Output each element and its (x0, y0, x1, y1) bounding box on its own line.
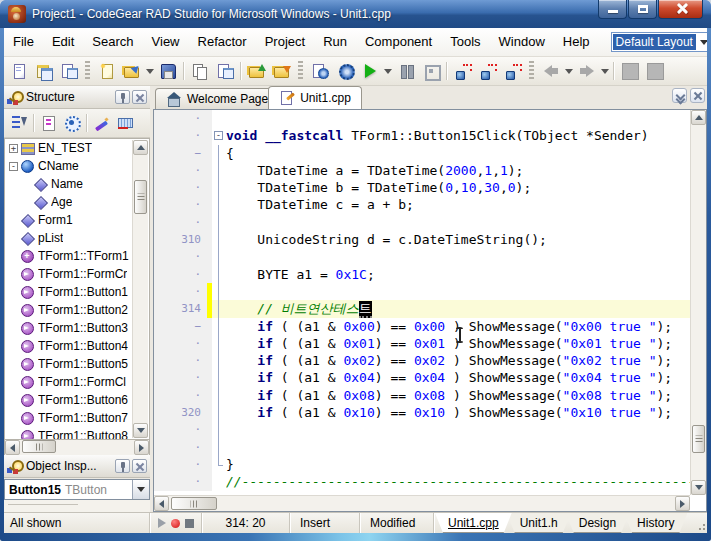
back-history-dropdown[interactable] (563, 60, 574, 83)
back-button[interactable] (538, 60, 563, 83)
toggle-form-unit-button[interactable] (56, 60, 81, 83)
tree-item-plist[interactable]: pList (5, 229, 149, 247)
tree-item-tform1-button7[interactable]: TForm1::Button7 (5, 409, 149, 427)
pin-button[interactable] (115, 459, 130, 473)
open-button[interactable] (119, 60, 144, 83)
scroll-thumb[interactable] (134, 180, 147, 214)
unknown-button-2[interactable] (642, 60, 667, 83)
menu-edit[interactable]: Edit (43, 31, 83, 53)
tab-welcome-page[interactable]: Welcome Page (155, 88, 279, 109)
toolbar-grip[interactable] (85, 61, 90, 81)
forward-button[interactable] (574, 60, 599, 83)
structure-close-button[interactable] (132, 90, 147, 104)
code-line[interactable]: · if ( (a1 & 0x08) == 0x08 ) ShowMessage… (154, 387, 690, 404)
fold-collapse-icon[interactable]: - (214, 131, 223, 140)
save-project-button[interactable] (269, 60, 294, 83)
menu-project[interactable]: Project (256, 31, 314, 53)
trace-into-button[interactable] (450, 60, 475, 83)
tree-item-tform1-button3[interactable]: TForm1::Button3 (5, 319, 149, 337)
code-line[interactable]: · (154, 421, 690, 438)
editor-close-button[interactable] (690, 88, 705, 103)
object-selector-combo[interactable]: Button15 TButton (4, 479, 150, 500)
title-bar[interactable]: Project1 - CodeGear RAD Studio for Micro… (0, 0, 711, 28)
close-button[interactable] (658, 0, 703, 19)
scroll-up-button[interactable] (133, 140, 148, 155)
code-line[interactable]: −{ (154, 145, 690, 162)
view-form-button[interactable] (31, 60, 56, 83)
ruler-button[interactable] (113, 112, 136, 134)
menu-component[interactable]: Component (356, 31, 441, 53)
menu-search[interactable]: Search (83, 31, 142, 53)
file-tab-design[interactable]: Design (566, 513, 629, 533)
tree-item-tform1-button5[interactable]: TForm1::Button5 (5, 355, 149, 373)
sort-alpha-button[interactable] (7, 112, 30, 134)
minimize-button[interactable] (598, 0, 627, 19)
combo-dropdown-button[interactable] (697, 33, 707, 51)
open-project-button[interactable] (244, 60, 269, 83)
scroll-right-button[interactable] (675, 496, 690, 511)
new-items-button[interactable] (94, 60, 119, 83)
tree-item-name[interactable]: Name (5, 175, 149, 193)
tree-item-tform1-button8[interactable]: TForm1::Button8 (5, 427, 149, 440)
resize-grip[interactable] (693, 513, 707, 533)
show-globals-button[interactable] (60, 112, 83, 134)
code-line[interactable]: · TDateTime c = a + b; (154, 196, 690, 213)
file-tab-history[interactable]: History (624, 513, 687, 533)
object-combo-dropdown-button[interactable] (132, 480, 149, 499)
scroll-down-button[interactable] (691, 480, 706, 495)
unknown-button-1[interactable] (617, 60, 642, 83)
scroll-right-button[interactable] (134, 440, 149, 455)
build-button[interactable] (332, 60, 357, 83)
menu-view[interactable]: View (143, 31, 189, 53)
menu-tools[interactable]: Tools (441, 31, 489, 53)
menu-help[interactable]: Help (554, 31, 599, 53)
pause-button[interactable] (393, 60, 418, 83)
code-line[interactable]: − if ( (a1 & 0x00) == 0x00 ) ShowMessage… (154, 318, 690, 335)
menu-refactor[interactable]: Refactor (189, 31, 256, 53)
code-line[interactable]: · TDateTime b = TDateTime(0,10,30,0); (154, 179, 690, 196)
tab-unit1-cpp[interactable]: Unit1.cpp (268, 86, 362, 109)
code-line[interactable]: 320 if ( (a1 & 0x10) == 0x10 ) ShowMessa… (154, 404, 690, 421)
program-reset-button[interactable] (418, 60, 443, 83)
tree-item-tform1-button4[interactable]: TForm1::Button4 (5, 337, 149, 355)
code-line[interactable]: · if ( (a1 & 0x02) == 0x02 ) ShowMessage… (154, 352, 690, 369)
forward-history-dropdown[interactable] (599, 60, 610, 83)
tree-item-tform1-formcl[interactable]: TForm1::FormCl (5, 373, 149, 391)
compile-button[interactable] (307, 60, 332, 83)
view-unit-button[interactable] (6, 60, 31, 83)
collapse-icon[interactable]: - (9, 162, 18, 171)
code-line[interactable]: · (154, 214, 690, 231)
editor-vertical-scrollbar[interactable] (690, 110, 706, 495)
step-over-button[interactable] (475, 60, 500, 83)
code-line[interactable]: · BYTE a1 = 0x1C; (154, 266, 690, 283)
code-line[interactable]: 314 // 비트연산테스트 (154, 300, 690, 317)
code-view[interactable]: ··-void __fastcall TForm1::Button15Click… (154, 110, 690, 495)
tree-item-tform1-tform1[interactable]: TForm1::TForm1 (5, 247, 149, 265)
code-line[interactable]: ·} (154, 456, 690, 473)
save-all-button[interactable] (187, 60, 212, 83)
pen-button[interactable] (90, 112, 113, 134)
desktop-layout-combo[interactable]: Default Layout (611, 32, 707, 52)
code-line[interactable]: · if ( (a1 & 0x01) == 0x01 ) ShowMessage… (154, 335, 690, 352)
scroll-left-button[interactable] (5, 440, 20, 455)
structure-tree[interactable]: +EN_TEST-CNameNameAgeForm1pListTForm1::T… (4, 138, 150, 440)
tree-item-tform1-button2[interactable]: TForm1::Button2 (5, 301, 149, 319)
code-line[interactable]: · TDateTime a = TDateTime(2000,1,1); (154, 162, 690, 179)
tree-item-form1[interactable]: Form1 (5, 211, 149, 229)
code-line[interactable]: · (154, 283, 690, 300)
toolbar-grip[interactable] (529, 61, 534, 81)
run-until-return-button[interactable] (500, 60, 525, 83)
tree-item-tform1-button6[interactable]: TForm1::Button6 (5, 391, 149, 409)
toolbar-grip[interactable] (298, 61, 303, 81)
run-dropdown[interactable] (382, 60, 393, 83)
file-tab-unit1-cpp[interactable]: Unit1.cpp (435, 513, 512, 533)
menu-window[interactable]: Window (490, 31, 554, 53)
object-inspector-close-button[interactable] (132, 459, 147, 473)
pin-button[interactable] (115, 90, 130, 104)
tree-item-en-test[interactable]: +EN_TEST (5, 139, 149, 157)
tree-item-tform1-formcr[interactable]: TForm1::FormCr (5, 265, 149, 283)
close-file-button[interactable] (212, 60, 237, 83)
code-editor[interactable]: ··-void __fastcall TForm1::Button15Click… (153, 109, 707, 512)
scroll-up-button[interactable] (691, 110, 706, 125)
maximize-button[interactable] (628, 0, 657, 19)
